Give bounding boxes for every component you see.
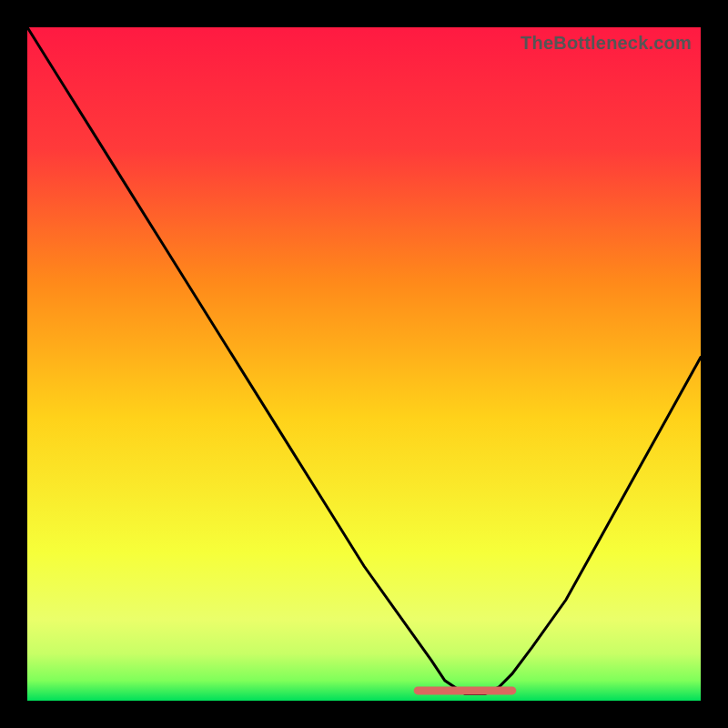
chart-svg — [27, 27, 701, 701]
heat-gradient-background — [27, 27, 701, 701]
chart-frame: TheBottleneck.com — [27, 27, 701, 701]
watermark-text: TheBottleneck.com — [521, 33, 692, 54]
